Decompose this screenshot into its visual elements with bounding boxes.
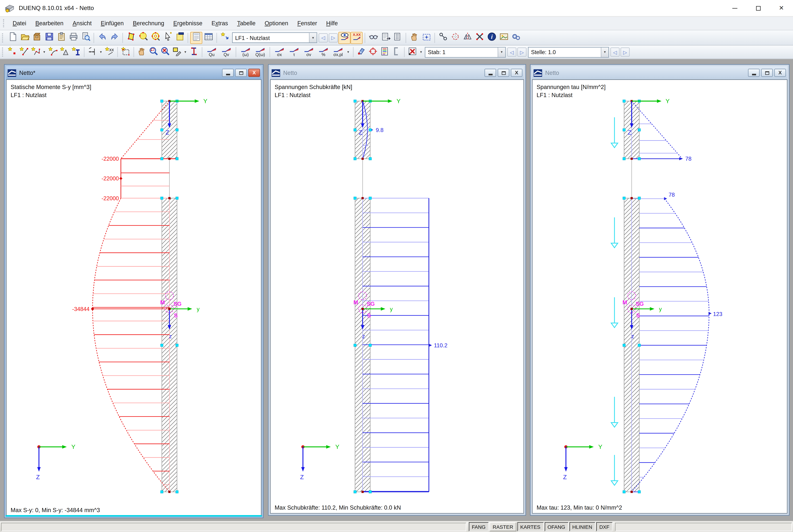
app-minimize-button[interactable] [723, 0, 746, 16]
note-page-button[interactable] [173, 32, 186, 44]
undo-button[interactable] [96, 32, 108, 44]
stelle-next-button[interactable]: ▷ [621, 48, 630, 57]
redo-button[interactable] [108, 32, 121, 44]
snap-toggle-dxf[interactable]: DXF [596, 522, 612, 531]
section-view-button[interactable] [188, 46, 200, 58]
app-maximize-button[interactable] [746, 0, 770, 16]
bracket-button[interactable] [390, 46, 402, 58]
menu-berechnung[interactable]: Berechnung [128, 18, 169, 28]
result-5-button[interactable]: τ [287, 46, 301, 58]
new-values-button[interactable]: XX [104, 46, 115, 58]
image-frame-button[interactable] [498, 32, 510, 44]
menu-tabelle[interactable]: Tabelle [233, 18, 260, 28]
stab-prev-button[interactable]: ◁ [508, 48, 516, 57]
close-button[interactable]: X [774, 69, 786, 77]
result-4-button[interactable]: σx [273, 46, 286, 58]
dimension-button[interactable] [87, 46, 98, 58]
menu-hilfe[interactable]: Hilfe [322, 18, 343, 28]
combo-dropdown-icon[interactable]: ▼ [498, 47, 505, 57]
zoom-out-button[interactable] [159, 46, 171, 58]
mdi-window-sy[interactable]: Netto* X Statische Momente S-y [mm^3] LF… [4, 64, 264, 518]
clipboard-button[interactable] [55, 32, 67, 44]
project-box-button[interactable] [31, 32, 43, 44]
mdi-window-schubkraefte[interactable]: Netto X Spannungen Schubkräfte [kN] LF1 … [268, 64, 526, 515]
new-frame-button[interactable] [120, 46, 131, 58]
panel-view-button[interactable] [190, 32, 202, 44]
menu-fenster[interactable]: Fenster [293, 18, 322, 28]
load-case-next-button[interactable]: ▷ [329, 33, 338, 42]
new-node-button[interactable] [7, 46, 18, 58]
close-button[interactable]: X [248, 69, 260, 77]
panel-doc-button[interactable] [380, 32, 391, 44]
drawing-area-sy[interactable]: Statische Momente S-y [mm^3] LF1 : Nutzl… [6, 79, 261, 516]
window-titlebar[interactable]: Netto X [532, 66, 788, 79]
delete-x-button[interactable] [407, 46, 418, 58]
result-2-button[interactable]: (ω) [239, 46, 252, 58]
stab-combo[interactable]: Stab: 1▼ [425, 47, 506, 57]
minimize-button[interactable] [222, 69, 234, 77]
panel-grid-button[interactable] [391, 32, 404, 44]
menu-optionen[interactable]: Optionen [260, 18, 293, 28]
dropdown-arrow-icon[interactable]: ▼ [183, 46, 188, 58]
table-view-button[interactable] [202, 32, 215, 44]
pointer-add-button[interactable] [161, 32, 173, 44]
menu-ansicht[interactable]: Ansicht [68, 18, 96, 28]
new-fill-button[interactable] [59, 46, 70, 58]
stelle-combo[interactable]: Stelle: 1.0▼ [528, 47, 609, 57]
pan-hand-button[interactable] [136, 46, 148, 58]
circle-select-button[interactable] [449, 32, 461, 44]
new-file-button[interactable] [7, 32, 19, 44]
load-case-prev-button[interactable]: ◁ [319, 33, 328, 42]
dropdown-arrow-icon[interactable]: ▼ [345, 46, 351, 58]
open-folder-button[interactable] [19, 32, 31, 44]
gears-button[interactable] [510, 32, 522, 44]
load-case-combo[interactable]: LF1 - Nutzlast▼ [232, 33, 317, 43]
menu-bearbeiten[interactable]: Bearbeiten [31, 18, 68, 28]
dropdown-arrow-icon[interactable]: ▼ [41, 46, 47, 58]
print-preview-button[interactable] [79, 32, 92, 44]
show-values-button[interactable]: X.XX [351, 32, 363, 44]
app-close-button[interactable]: ✕ [770, 0, 793, 16]
new-polyline-button[interactable] [30, 46, 41, 58]
save-button[interactable] [43, 32, 55, 44]
stelle-prev-button[interactable]: ◁ [610, 48, 620, 57]
toolbar-grip[interactable] [2, 48, 4, 57]
snap-toggle-ofang[interactable]: OFANG [545, 522, 568, 531]
snap-toggle-hlinien[interactable]: HLINIEN [569, 522, 595, 531]
close-button[interactable]: X [511, 69, 522, 77]
chain-node-button[interactable] [437, 32, 449, 44]
zoom-target-button[interactable] [149, 32, 162, 44]
result-6-button[interactable]: σv [302, 46, 316, 58]
result-8-button[interactable]: σx,pl [331, 46, 345, 58]
layer-edit-button[interactable] [171, 46, 183, 58]
result-0-button[interactable]: Qu [205, 46, 219, 58]
crosshair-button[interactable] [367, 46, 379, 58]
weld-button[interactable] [355, 46, 367, 58]
minimize-button[interactable] [748, 69, 760, 77]
minimize-button[interactable] [484, 69, 496, 77]
info-button[interactable]: i [485, 32, 498, 44]
combo-dropdown-icon[interactable]: ▼ [309, 33, 316, 42]
print-button[interactable] [67, 32, 79, 44]
dropdown-arrow-icon[interactable]: ▼ [418, 46, 424, 58]
menu-einfügen[interactable]: Einfügen [96, 18, 128, 28]
zoom-circle-button[interactable] [137, 32, 149, 44]
active-window-edge[interactable] [5, 515, 262, 517]
toolbar-grip[interactable] [2, 33, 4, 42]
drawing-area-tau[interactable]: Spannungen tau [N/mm^2] LF1 : Nutzlast 7… [532, 79, 788, 514]
glasses-button[interactable] [367, 32, 380, 44]
result-1-button[interactable]: Qv [220, 46, 233, 58]
result-7-button[interactable]: % [317, 46, 330, 58]
dropdown-arrow-icon[interactable]: ▼ [98, 46, 104, 58]
drawing-area-schub[interactable]: Spannungen Schubkräfte [kN] LF1 : Nutzla… [270, 79, 524, 514]
window-titlebar[interactable]: Netto X [270, 66, 524, 79]
combo-dropdown-icon[interactable]: ▼ [601, 47, 608, 57]
window-titlebar[interactable]: Netto* X [6, 66, 261, 79]
restore-button[interactable] [498, 69, 509, 77]
new-section-button[interactable] [70, 46, 82, 58]
snap-toggle-raster[interactable]: RASTER [490, 522, 516, 531]
menu-ergebnisse[interactable]: Ergebnisse [169, 18, 207, 28]
grid-star-button[interactable] [420, 32, 432, 44]
doc-colors-button[interactable] [379, 46, 390, 58]
restore-button[interactable] [761, 69, 773, 77]
